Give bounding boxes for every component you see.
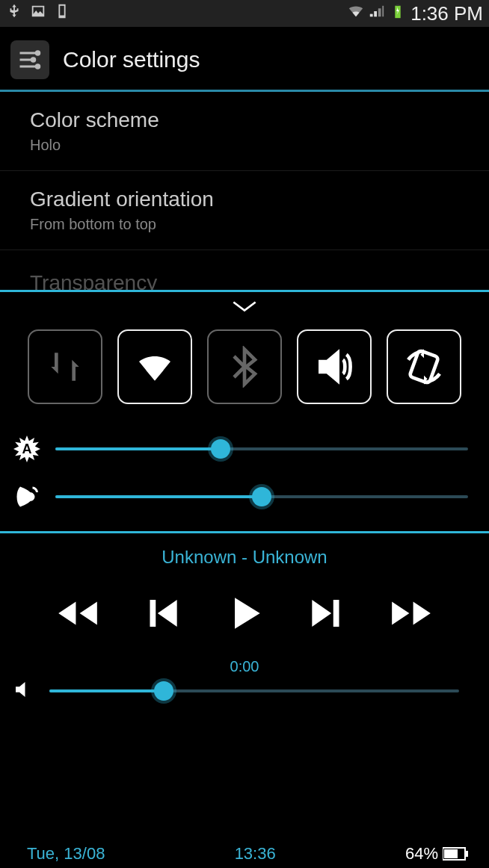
signal-icon xyxy=(369,3,385,24)
pref-summary: From bottom to top xyxy=(30,216,459,233)
ringer-slider-row xyxy=(0,473,489,521)
usb-icon xyxy=(6,3,22,24)
ringer-slider[interactable] xyxy=(55,486,468,508)
svg-point-2 xyxy=(36,64,40,69)
footer-date[interactable]: Tue, 13/08 xyxy=(27,844,105,864)
svg-point-1 xyxy=(31,58,36,62)
pref-title: Color scheme xyxy=(30,108,459,132)
auto-brightness-icon[interactable]: A xyxy=(12,434,42,464)
fast-forward-button[interactable] xyxy=(388,590,434,639)
wifi-status-icon xyxy=(348,3,364,24)
pref-title: Gradient orientation xyxy=(30,187,459,211)
page-header: Color settings xyxy=(0,27,489,92)
page-title: Color settings xyxy=(63,47,200,72)
pref-color-scheme[interactable]: Color scheme Holo xyxy=(0,92,489,171)
quick-toggles xyxy=(0,329,489,425)
media-volume-slider[interactable] xyxy=(49,680,459,702)
footer-battery[interactable]: 64% xyxy=(405,844,470,864)
pref-gradient-orientation[interactable]: Gradient orientation From bottom to top xyxy=(0,171,489,250)
ringer-icon xyxy=(12,482,42,512)
svg-rect-6 xyxy=(444,849,458,858)
next-button[interactable] xyxy=(304,590,351,639)
svg-rect-5 xyxy=(465,851,468,857)
toggle-auto-rotate[interactable] xyxy=(387,329,461,404)
toggle-mobile-data[interactable] xyxy=(28,329,102,404)
media-widget: Unknown - Unknown 0:00 xyxy=(0,533,489,704)
play-button[interactable] xyxy=(221,590,268,639)
app-icon xyxy=(10,40,49,79)
pref-summary: Holo xyxy=(30,137,459,154)
previous-button[interactable] xyxy=(138,590,185,639)
footer-time[interactable]: 13:36 xyxy=(235,844,276,864)
volume-icon xyxy=(12,678,37,704)
playback-position: 0:00 xyxy=(0,645,489,675)
now-playing-text: Unknown - Unknown xyxy=(0,542,489,575)
battery-icon xyxy=(390,3,406,24)
toggle-sound[interactable] xyxy=(297,329,372,404)
svg-point-0 xyxy=(36,51,40,55)
quick-settings-shade: A Unknown - Unknown 0:00 xyxy=(0,290,489,868)
media-controls xyxy=(0,575,489,645)
status-time: 1:36 PM xyxy=(410,2,483,25)
shade-handle[interactable] xyxy=(0,292,489,329)
toggle-bluetooth[interactable] xyxy=(207,329,282,404)
rewind-button[interactable] xyxy=(55,590,101,639)
toggle-wifi[interactable] xyxy=(117,329,192,404)
brightness-slider-row: A xyxy=(0,425,489,473)
shade-footer: Tue, 13/08 13:36 64% xyxy=(0,841,489,865)
brightness-slider[interactable] xyxy=(55,438,468,460)
color-settings-page: Color settings Color scheme Holo Gradien… xyxy=(0,27,489,311)
media-volume-row xyxy=(0,675,489,704)
image-icon xyxy=(30,3,46,24)
phone-icon xyxy=(54,3,70,24)
status-bar: 1:36 PM xyxy=(0,0,489,27)
